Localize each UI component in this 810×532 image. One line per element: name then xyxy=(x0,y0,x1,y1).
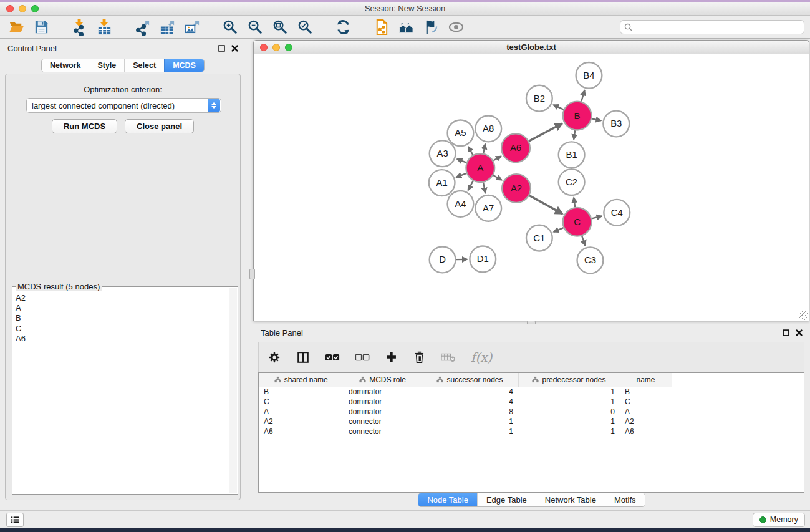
cell-shared-name[interactable]: B xyxy=(259,387,344,397)
float-panel-icon[interactable] xyxy=(783,329,789,336)
graph-edge-A-A6[interactable] xyxy=(493,156,501,160)
import-table-button[interactable] xyxy=(92,17,117,37)
export-image-button[interactable] xyxy=(180,17,205,37)
column-header-mcds-role[interactable]: MCDS role xyxy=(344,373,422,387)
graph-node-C4[interactable]: C4 xyxy=(604,200,630,226)
graph-node-A7[interactable]: A7 xyxy=(475,195,501,221)
delete-column-button[interactable] xyxy=(413,351,426,364)
tab-edge-table[interactable]: Edge Table xyxy=(477,493,536,506)
close-panel-icon[interactable] xyxy=(796,329,803,336)
network-document-button[interactable] xyxy=(369,17,393,37)
birdseye-handle[interactable] xyxy=(249,269,255,279)
eye-button[interactable] xyxy=(443,17,468,37)
graph-node-B3[interactable]: B3 xyxy=(603,111,629,137)
tab-select[interactable]: Select xyxy=(124,59,164,72)
column-header-name[interactable]: name xyxy=(620,373,672,387)
memory-button[interactable]: Memory xyxy=(753,513,805,527)
list-item[interactable]: A xyxy=(13,303,229,313)
list-item[interactable]: B xyxy=(13,313,229,323)
table-row[interactable]: A6 connector 1 1 A6 xyxy=(259,427,672,437)
cell-shared-name[interactable]: A6 xyxy=(259,427,344,437)
graph-edge-B-B4[interactable] xyxy=(581,90,584,102)
graph-edge-A-A5[interactable] xyxy=(468,147,473,155)
cell-name[interactable]: B xyxy=(620,387,672,397)
cell-shared-name[interactable]: C xyxy=(259,397,344,407)
graph-node-A[interactable]: A xyxy=(466,153,494,182)
select-all-button[interactable] xyxy=(325,352,340,362)
column-header-successor-nodes[interactable]: successor nodes xyxy=(422,373,518,387)
cell-successor-nodes[interactable]: 8 xyxy=(422,407,518,417)
close-panel-button[interactable]: Close panel xyxy=(125,119,194,133)
zoom-out-button[interactable] xyxy=(243,17,268,37)
delete-table-button[interactable] xyxy=(441,352,456,363)
table-row[interactable]: C dominator 4 1 C xyxy=(259,397,672,407)
network-canvas[interactable]: B4B2BB3A8A5A6A3B1AC2A1A2A4A7C4CC1C3DD1 xyxy=(254,55,808,320)
graph-node-A8[interactable]: A8 xyxy=(475,116,501,142)
graph-edge-C-C1[interactable] xyxy=(554,228,564,232)
cell-successor-nodes[interactable]: 1 xyxy=(422,417,518,427)
deselect-all-button[interactable] xyxy=(355,352,370,362)
criterion-dropdown[interactable]: largest connected component (directed) xyxy=(26,98,221,113)
list-item[interactable]: C xyxy=(13,324,229,334)
import-network-button[interactable] xyxy=(67,17,92,37)
save-session-button[interactable] xyxy=(29,17,54,37)
graph-node-C1[interactable]: C1 xyxy=(526,225,552,251)
cell-name[interactable]: C xyxy=(620,397,672,407)
network-window-titlebar[interactable]: testGlobe.txt xyxy=(254,41,809,54)
graph-edge-C-C2[interactable] xyxy=(574,198,575,207)
list-item[interactable]: A2 xyxy=(13,293,229,303)
cell-shared-name[interactable]: A2 xyxy=(259,417,344,427)
graph-node-B4[interactable]: B4 xyxy=(576,62,602,89)
graph-node-A3[interactable]: A3 xyxy=(430,140,456,167)
cell-successor-nodes[interactable]: 1 xyxy=(422,427,518,437)
export-table-button[interactable] xyxy=(155,17,180,37)
graph-edge-C-C3[interactable] xyxy=(582,236,585,246)
search-input[interactable] xyxy=(635,22,800,31)
cell-predecessor-nodes[interactable]: 1 xyxy=(518,397,620,407)
close-panel-icon[interactable] xyxy=(231,45,238,52)
graph-edge-B-B1[interactable] xyxy=(574,130,575,139)
graph-node-C2[interactable]: C2 xyxy=(559,169,585,195)
graph-edge-A-A2[interactable] xyxy=(493,175,502,180)
table-row[interactable]: B dominator 4 1 B xyxy=(259,387,672,397)
tab-style[interactable]: Style xyxy=(89,59,124,72)
cell-predecessor-nodes[interactable]: 0 xyxy=(518,407,620,417)
graph-node-A1[interactable]: A1 xyxy=(429,170,455,196)
cell-predecessor-nodes[interactable]: 1 xyxy=(518,417,620,427)
cell-mcds-role[interactable]: connector xyxy=(344,417,422,427)
run-mcds-button[interactable]: Run MCDS xyxy=(52,119,117,133)
graph-node-B1[interactable]: B1 xyxy=(559,142,585,168)
graph-node-D1[interactable]: D1 xyxy=(470,246,496,273)
float-panel-icon[interactable] xyxy=(218,45,225,52)
show-column-button[interactable] xyxy=(296,351,310,364)
open-session-button[interactable] xyxy=(4,17,29,37)
cell-mcds-role[interactable]: dominator xyxy=(344,407,422,417)
cell-mcds-role[interactable]: dominator xyxy=(344,397,422,407)
graph-node-B2[interactable]: B2 xyxy=(526,85,552,112)
graph-node-A5[interactable]: A5 xyxy=(448,120,474,147)
cell-predecessor-nodes[interactable]: 1 xyxy=(518,427,620,437)
list-item[interactable]: A6 xyxy=(13,334,229,344)
tab-mcds[interactable]: MCDS xyxy=(164,59,204,72)
graph-edge-A-A1[interactable] xyxy=(456,173,466,177)
graph-node-D[interactable]: D xyxy=(430,247,456,273)
zoom-fit-button[interactable] xyxy=(268,17,292,37)
cell-name[interactable]: A6 xyxy=(620,427,672,437)
show-panels-button[interactable] xyxy=(6,513,24,527)
table-row[interactable]: A2 connector 1 1 A2 xyxy=(259,417,672,427)
cell-mcds-role[interactable]: connector xyxy=(344,427,422,437)
graph-edge-B-B2[interactable] xyxy=(553,105,563,110)
graph-node-B[interactable]: B xyxy=(563,102,592,130)
table-settings-button[interactable] xyxy=(268,351,281,364)
cell-name[interactable]: A xyxy=(620,407,672,417)
graph-node-A2[interactable]: A2 xyxy=(502,174,531,203)
graph-edge-A2-C[interactable] xyxy=(529,196,562,214)
add-column-button[interactable] xyxy=(385,351,398,364)
result-scrollbar[interactable] xyxy=(229,288,237,493)
cell-shared-name[interactable]: A xyxy=(259,407,344,417)
graph-edge-C-C4[interactable] xyxy=(592,216,602,218)
zoom-selected-button[interactable] xyxy=(292,17,317,37)
tab-motifs[interactable]: Motifs xyxy=(605,493,645,506)
cell-name[interactable]: A2 xyxy=(620,417,672,427)
cell-successor-nodes[interactable]: 4 xyxy=(422,397,518,407)
